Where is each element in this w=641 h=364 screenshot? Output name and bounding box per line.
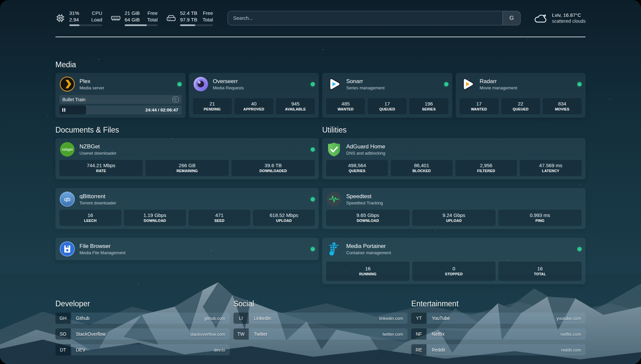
bookmark-name: Github xyxy=(76,316,89,321)
bookmark-abbr: LI xyxy=(233,313,249,324)
plex-card[interactable]: Plex Media server Bullet Train 24:44 / xyxy=(55,73,186,118)
ram-progress-track xyxy=(125,24,158,26)
bookmark-abbr: GH xyxy=(55,313,71,324)
disk-progress-track xyxy=(180,24,213,26)
cpu-widget: 31% CPU 2.94 Load xyxy=(55,10,102,26)
ram-free-label: Free xyxy=(147,10,158,16)
cpu-usage-label: CPU xyxy=(91,10,102,16)
sonarr-card[interactable]: Sonarr Series management 485WANTED 17QUE… xyxy=(322,73,452,118)
session-icon xyxy=(172,97,179,102)
bookmark-linkedin[interactable]: LI LinkedInlinkedin.com xyxy=(233,313,408,324)
service-description: Container management xyxy=(346,250,391,256)
bookmark-domain: github.com xyxy=(204,316,225,321)
bookmark-domain: stackoverflow.com xyxy=(190,332,225,337)
bookmark-abbr: YT xyxy=(411,313,426,324)
media-grid: Plex Media server Bullet Train 24:44 / xyxy=(55,73,586,118)
bookmark-name: YouTube xyxy=(432,316,450,321)
status-online-dot xyxy=(311,147,315,152)
bookmark-domain: dev.to xyxy=(214,348,225,352)
adguard-card[interactable]: AdGuard Home DNS and adblocking 498,564Q… xyxy=(322,138,586,179)
bookmark-stackoverflow[interactable]: SO StackOverflowstackoverflow.com xyxy=(55,328,230,340)
stat-block: 21PENDING xyxy=(193,98,232,114)
disk-widget: 52.4 TB Free 97.9 TB Total xyxy=(166,10,213,26)
stat-block: 2,956FILTERED xyxy=(455,160,517,176)
radarr-icon xyxy=(460,76,475,92)
developer-section-title: Developer xyxy=(55,299,230,308)
disk-free-value: 52.4 TB xyxy=(180,10,197,16)
bookmark-twitter[interactable]: TW Twittertwitter.com xyxy=(233,328,408,340)
service-name: File Browser xyxy=(79,243,125,250)
service-name: Speedtest xyxy=(346,193,383,200)
ram-icon xyxy=(111,13,121,23)
disk-total-label: Total xyxy=(202,16,213,23)
svg-text:qb: qb xyxy=(64,196,71,202)
disk-total-value: 97.9 TB xyxy=(180,16,197,23)
bookmark-reddit[interactable]: RE Redditreddit.com xyxy=(411,344,586,355)
status-online-dot xyxy=(577,82,582,86)
bookmark-group-developer: Developer GH Githubgithub.com SO StackOv… xyxy=(55,299,230,355)
status-online-dot xyxy=(577,247,582,251)
entertainment-section-title: Entertainment xyxy=(411,299,586,308)
radarr-card[interactable]: Radarr Movie management 17WANTED 22QUEUE… xyxy=(456,73,586,118)
section-media: Media Plex Media server xyxy=(55,60,586,118)
portainer-icon xyxy=(326,241,342,257)
cpu-load-value: 2.94 xyxy=(69,16,86,23)
stat-block: 16RUNNING xyxy=(326,261,410,281)
bookmark-domain: netflix.com xyxy=(561,332,581,337)
bookmark-dev[interactable]: DT DEVdev.to xyxy=(55,344,230,355)
status-online-dot xyxy=(311,247,315,251)
nzbget-icon: nzbget xyxy=(59,141,75,157)
speedtest-icon xyxy=(326,191,342,207)
service-name: NZBGet xyxy=(79,143,116,150)
status-online-dot xyxy=(444,82,448,86)
disk-free-label: Free xyxy=(202,10,213,16)
status-online-dot xyxy=(177,82,182,86)
bookmark-domain: twitter.com xyxy=(382,332,403,337)
utilities-section-title: Utilities xyxy=(322,126,586,135)
bookmark-name: Twitter xyxy=(254,331,267,337)
service-name: qBittorrent xyxy=(79,193,116,200)
adguard-stats: 498,564QUERIES 86,401BLOCKED 2,956FILTER… xyxy=(326,157,582,176)
bookmark-youtube[interactable]: YT YouTubeyoutube.com xyxy=(411,313,586,324)
stat-block: 498,564QUERIES xyxy=(326,160,388,176)
service-name: Radarr xyxy=(480,78,517,85)
stat-block: 485WANTED xyxy=(326,98,365,114)
topbar-divider xyxy=(55,37,586,37)
speedtest-stats: 9.65 GbpsDOWNLOAD 9.24 GbpsUPLOAD 0.993 … xyxy=(326,207,582,226)
search-bar[interactable]: G xyxy=(228,11,521,25)
playback-progress-fill xyxy=(59,106,86,114)
speedtest-card[interactable]: Speedtest Speedtest Tracking 9.65 GbpsDO… xyxy=(322,188,586,229)
bookmark-name: Reddit xyxy=(432,347,445,352)
cpu-usage-value: 31% xyxy=(69,10,86,16)
bookmark-abbr: SO xyxy=(55,328,71,340)
bookmark-domain: reddit.com xyxy=(561,348,581,352)
overseerr-card[interactable]: Overseerr Media Requests 21PENDING 40APP… xyxy=(189,73,319,118)
stat-block: 945AVAILABLE xyxy=(276,98,315,114)
service-description: Media Requests xyxy=(213,85,244,91)
cloud-icon xyxy=(534,13,548,24)
bookmark-netflix[interactable]: NF Netflixnetflix.com xyxy=(411,328,586,340)
portainer-card[interactable]: Media Portainer Container management 16R… xyxy=(322,238,586,284)
nzbget-card[interactable]: nzbget NZBGet Usenet downloader 744.21 M… xyxy=(55,138,319,179)
cpu-load-label: Load xyxy=(91,16,102,23)
qbittorrent-card[interactable]: qb qBittorrent Torrent downloader 16LEEC… xyxy=(55,188,319,229)
filebrowser-card[interactable]: File Browser Media File Management xyxy=(55,238,319,260)
qbittorrent-icon: qb xyxy=(59,191,75,207)
bookmark-name: DEV xyxy=(76,347,85,352)
social-section-title: Social xyxy=(233,299,408,308)
service-description: Speedtest Tracking xyxy=(346,200,383,206)
search-input[interactable] xyxy=(228,11,503,25)
bookmarks-row: Developer GH Githubgithub.com SO StackOv… xyxy=(55,299,586,355)
memory-widget: 21 GiB Free 64 GiB Total xyxy=(111,10,158,26)
pause-icon[interactable] xyxy=(62,108,65,112)
bookmark-domain: youtube.com xyxy=(557,316,581,321)
search-provider-button[interactable]: G xyxy=(503,11,520,25)
bookmark-github[interactable]: GH Githubgithub.com xyxy=(55,313,230,324)
stat-block: 17WANTED xyxy=(460,98,499,114)
stat-block: 9.24 GbpsUPLOAD xyxy=(412,210,496,226)
bookmark-name: StackOverflow xyxy=(76,331,106,337)
media-section-title: Media xyxy=(55,60,586,69)
overseerr-stats: 21PENDING 40APPROVED 945AVAILABLE xyxy=(193,96,315,114)
portainer-stats: 16RUNNING 0STOPPED 16TOTAL xyxy=(326,257,582,281)
bookmark-name: LinkedIn xyxy=(254,316,271,321)
